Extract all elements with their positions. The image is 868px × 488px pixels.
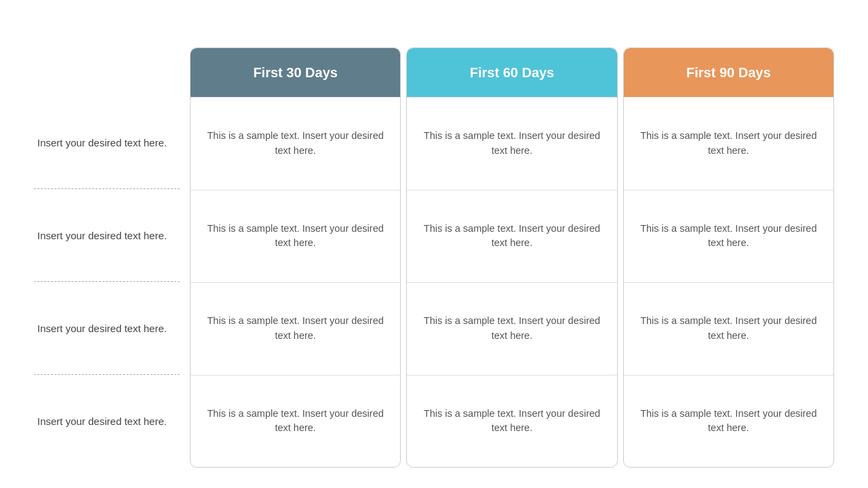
data-columns: First 30 DaysThis is a sample text. Inse… — [190, 47, 834, 468]
data-cell-col-90-row-2: This is a sample text. Insert your desir… — [624, 190, 833, 283]
data-cell-col-30-row-4: This is a sample text. Insert your desir… — [191, 375, 400, 468]
label-cell-1: Insert your desired text here. — [34, 96, 190, 189]
data-cell-col-60-row-4: This is a sample text. Insert your desir… — [407, 375, 616, 468]
label-cell-3: Insert your desired text here. — [34, 282, 190, 375]
data-cell-col-60-row-3: This is a sample text. Insert your desir… — [407, 282, 616, 375]
data-cell-col-90-row-4: This is a sample text. Insert your desir… — [624, 375, 833, 468]
data-column-col-60: First 60 DaysThis is a sample text. Inse… — [406, 47, 617, 468]
data-cell-col-90-row-3: This is a sample text. Insert your desir… — [624, 282, 833, 375]
data-cell-col-90-row-1: This is a sample text. Insert your desir… — [624, 97, 833, 190]
data-cell-col-60-row-2: This is a sample text. Insert your desir… — [407, 190, 616, 283]
data-column-col-90: First 90 DaysThis is a sample text. Inse… — [623, 47, 834, 468]
data-column-col-30: First 30 DaysThis is a sample text. Inse… — [190, 47, 401, 468]
column-header-col-30: First 30 Days — [191, 48, 400, 97]
table-container: Insert your desired text here.Insert you… — [34, 47, 834, 468]
label-cell-2: Insert your desired text here. — [34, 189, 190, 282]
page: Insert your desired text here.Insert you… — [0, 0, 868, 488]
label-column: Insert your desired text here.Insert you… — [34, 47, 190, 468]
data-cell-col-30-row-1: This is a sample text. Insert your desir… — [191, 97, 400, 190]
data-cell-col-30-row-2: This is a sample text. Insert your desir… — [191, 190, 400, 283]
column-header-col-60: First 60 Days — [407, 48, 616, 97]
data-cell-col-30-row-3: This is a sample text. Insert your desir… — [191, 282, 400, 375]
column-header-col-90: First 90 Days — [624, 48, 833, 97]
label-cell-4: Insert your desired text here. — [34, 375, 190, 468]
data-cell-col-60-row-1: This is a sample text. Insert your desir… — [407, 97, 616, 190]
